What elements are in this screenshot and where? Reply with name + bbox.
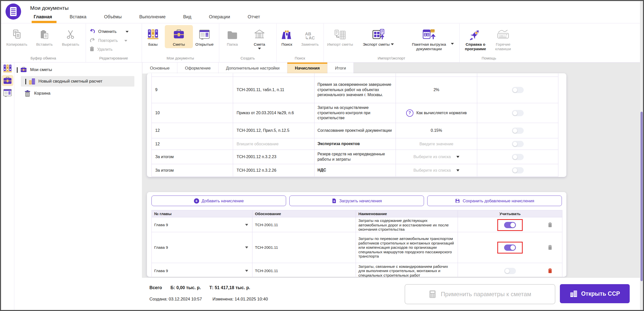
chapter-select[interactable]: Глава 9 [152,263,252,279]
consider-toggle[interactable] [512,87,524,93]
tree-item-my-estimates[interactable]: Мои сметы [14,65,142,75]
table-row[interactable]: 10 Приказ от 20.03.2014 №29, п.6 Затраты… [152,103,558,123]
custom-buttons-row: + Добавить начисление Загрузить начислен… [151,196,562,206]
table-row[interactable]: Глава 9 ТСН-2001.11 Затраты на содержани… [152,217,562,232]
basis-cell[interactable]: Приказ от 20.03.2014 №29, п.6 [233,103,314,123]
hotkeys-button[interactable]: Горячие клавиши [492,26,515,51]
consider-toggle[interactable] [512,110,524,116]
select-caret-icon[interactable] [456,156,459,158]
tab-osnovnye[interactable]: Основные [142,63,177,74]
add-accrual-button[interactable]: + Добавить начисление [151,196,286,206]
menu-bar: Главная Вставка Объёмы Выполнение Вид Оп… [34,14,260,23]
consider-toggle[interactable] [512,141,524,147]
value-select[interactable]: Выберите из списка [396,150,477,164]
table-row[interactable]: Глава 9 ТСН-2001.11 Затраты по перевозке… [152,232,562,263]
scrollbar-thumb[interactable] [640,112,643,281]
value-select[interactable]: Выберите из списка [396,164,477,176]
menu-tab-otchet[interactable]: Отчет [248,14,260,23]
basis-cell[interactable]: ТСН-2001.11 [252,232,356,263]
delete-row-trash-icon[interactable] [548,222,553,228]
select-caret-icon[interactable] [245,224,248,226]
copy-button[interactable]: Копировать [3,26,31,47]
basis-cell[interactable]: ТСН-2001.11 [252,217,356,233]
replace-button[interactable]: AB↳AC Заменить [298,26,322,47]
strip-opened-button[interactable] [2,87,13,98]
tab-dop-nastroyki[interactable]: Дополнительные настройки [219,63,287,74]
menu-tab-operacii[interactable]: Операции [209,14,230,23]
consider-toggle-off[interactable] [504,268,516,274]
table-row[interactable]: За итогом ТСН-2001.12 п.3.2.26 НДС Выбер… [152,164,558,177]
basis-cell[interactable]: ТСН-2001.11 [252,263,356,279]
estimates-button-active[interactable]: Сметы [165,25,193,48]
value-cell[interactable]: 0.15% [396,123,477,138]
menu-tab-vstavka[interactable]: Вставка [70,14,86,23]
basis-input-placeholder[interactable]: Впишите обоснование [233,138,314,150]
menu-tab-vid[interactable]: Вид [183,14,191,23]
created-date: Создана: 03.12.2024 10:57 [149,297,202,302]
redo-dropdown-caret-icon[interactable] [124,40,127,42]
open-ssr-button[interactable]: Открыть ССР [560,284,630,303]
consider-toggle[interactable] [512,154,524,160]
consider-toggle-on[interactable] [504,244,516,251]
menu-tab-vypolnenie[interactable]: Выполнение [139,14,166,23]
chevron-down-icon[interactable] [17,67,18,72]
basis-cell[interactable]: ТСН-2001.12 п.3.2.26 [233,164,314,176]
delete-row-trash-icon[interactable] [548,245,553,250]
about-button[interactable]: Справка о программе [463,26,488,51]
delete-row-trash-icon-red[interactable] [548,268,553,274]
cut-button[interactable]: Вырезать [57,26,84,47]
basis-cell[interactable]: ТСН-2001.12 п.3.2.23 [233,150,314,164]
select-caret-icon[interactable] [245,246,248,248]
table-row[interactable]: 12 Впишите обоснование Экспертиза проект… [152,138,558,150]
folder-icon [227,26,238,40]
redo-button[interactable]: Повторить [89,37,127,44]
bases-button[interactable]: Базы [142,26,164,47]
value-input-placeholder[interactable]: Введите значение [396,138,477,150]
table-row[interactable]: Глава 9 ТСН-2001.11 Затраты, связанные с… [152,263,562,279]
export-estimate-button[interactable]: Экспорт сметы [357,26,399,47]
consider-toggle[interactable] [512,167,524,173]
menu-tab-obyomy[interactable]: Объёмы [104,14,122,23]
paste-button[interactable]: Вставить [31,26,58,47]
strip-bases-button[interactable] [2,63,13,74]
value-cell[interactable]: 2% [396,77,477,103]
chapter-select[interactable]: Глава 9 [152,217,252,233]
select-caret-icon[interactable] [245,270,248,272]
apply-parameters-button[interactable]: Применить параметры к сметам [405,284,555,304]
tab-nachisleniya[interactable]: Начисления [287,63,328,74]
opened-button[interactable]: Открытые [191,26,218,47]
tree-item-document-selected[interactable]: Новый сводный сметный расчет [21,76,134,87]
value-cell[interactable]: ? Как вычисляется норматив [396,103,477,123]
consider-toggle[interactable] [512,128,524,134]
save-accruals-button[interactable]: Сохранить добавленные начисления [427,196,562,206]
consider-toggle-on[interactable] [504,222,516,228]
create-folder-button[interactable]: Папка [221,26,244,47]
table-row[interactable]: 9 ТСН-2001.11, табл.1, п.11 Премия за св… [152,77,558,103]
create-estimate-button[interactable]: Смета [248,26,271,49]
tree-item-trash[interactable]: Корзина [24,88,142,99]
chevron-right-icon[interactable] [25,79,26,84]
menu-tab-glavnaya[interactable]: Главная [34,14,52,23]
estimate-dropdown-caret-icon[interactable] [258,48,261,49]
batch-dropdown-caret-icon[interactable] [451,43,454,45]
undo-dropdown-caret-icon[interactable] [126,31,129,33]
strip-estimates-button[interactable] [2,75,13,86]
search-button[interactable]: Поиск [277,26,297,47]
tab-oformlenie[interactable]: Оформление [177,63,218,74]
export-dropdown-caret-icon[interactable] [391,43,394,45]
batch-export-button[interactable]: Пакетная выгрузка документации [404,26,454,51]
delete-button[interactable]: Удалить [89,46,113,53]
search-group-label: Поиск [276,56,324,60]
basis-cell[interactable]: ТСН-2001.12, Прил.5, п.12.5 [233,123,314,138]
table-row[interactable]: 12 ТСН-2001.12, Прил.5, п.12.5 Согласова… [152,123,558,138]
table-row[interactable]: За итогом ТСН-2001.12 п.3.2.23 Резерв ср… [152,150,558,164]
bases-binders-icon [147,26,159,40]
basis-cell[interactable]: ТСН-2001.11, табл.1, п.11 [233,77,314,103]
import-estimate-button[interactable]: Импорт сметы [325,26,355,47]
select-caret-icon[interactable] [456,169,459,171]
chapter-select[interactable]: Глава 9 [152,232,252,263]
load-accruals-button[interactable]: Загрузить начисления [289,196,424,206]
tab-itogi[interactable]: Итоги [328,63,354,74]
help-question-icon[interactable]: ? [406,109,413,117]
undo-button[interactable]: Отменить [89,28,129,35]
